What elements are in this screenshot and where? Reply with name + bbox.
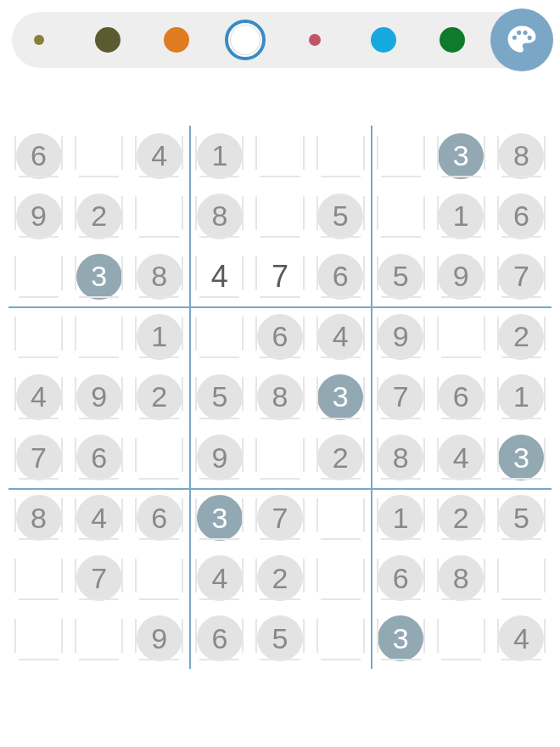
cell-r3-c8[interactable]: 9 xyxy=(431,246,491,306)
cell-r1-c3[interactable]: 4 xyxy=(129,126,189,186)
cell-r4-c1[interactable] xyxy=(8,306,69,367)
cell-r7-c4[interactable]: 3 xyxy=(189,488,249,548)
cell-value: 2 xyxy=(498,314,544,360)
cell-r6-c7[interactable]: 8 xyxy=(371,428,431,488)
color-swatch-green[interactable] xyxy=(434,21,471,59)
cell-r7-c5[interactable]: 7 xyxy=(249,488,310,548)
cell-r4-c2[interactable] xyxy=(69,306,129,367)
cell-r9-c4[interactable]: 6 xyxy=(189,609,249,669)
cell-r6-c4[interactable]: 9 xyxy=(189,428,249,488)
cell-r8-c9[interactable] xyxy=(491,548,552,609)
cell-r3-c4[interactable]: 4 xyxy=(189,246,249,306)
cell-r6-c8[interactable]: 4 xyxy=(431,428,491,488)
cell-r6-c1[interactable]: 7 xyxy=(8,428,69,488)
cell-r5-c6[interactable]: 3 xyxy=(311,367,371,427)
cell-r1-c1[interactable]: 6 xyxy=(8,126,69,186)
cell-r5-c9[interactable]: 1 xyxy=(491,367,552,427)
cell-value: 4 xyxy=(16,374,62,420)
cell-value: 3 xyxy=(498,435,544,480)
cell-r7-c2[interactable]: 4 xyxy=(69,488,129,548)
cell-r4-c4[interactable] xyxy=(189,306,249,367)
cell-r4-c6[interactable]: 4 xyxy=(311,306,371,367)
cell-r6-c5[interactable] xyxy=(249,428,310,488)
cell-r9-c1[interactable] xyxy=(8,609,69,669)
cell-r2-c9[interactable]: 6 xyxy=(491,186,552,246)
cell-r5-c5[interactable]: 8 xyxy=(249,367,310,427)
cell-r3-c1[interactable] xyxy=(8,246,69,306)
cell-r5-c3[interactable]: 2 xyxy=(129,367,189,427)
cell-r3-c2[interactable]: 3 xyxy=(69,246,129,306)
cell-r2-c4[interactable]: 8 xyxy=(189,186,249,246)
cell-r8-c8[interactable]: 8 xyxy=(431,548,491,609)
cell-r4-c5[interactable]: 6 xyxy=(249,306,310,367)
cell-r2-c3[interactable] xyxy=(129,186,189,246)
cell-r5-c7[interactable]: 7 xyxy=(371,367,431,427)
cell-value: 9 xyxy=(16,194,62,239)
cell-r8-c1[interactable] xyxy=(8,548,69,609)
cell-r3-c6[interactable]: 6 xyxy=(311,246,371,306)
cell-r3-c5[interactable]: 7 xyxy=(249,246,310,306)
cell-r2-c5[interactable] xyxy=(249,186,310,246)
cell-r2-c6[interactable]: 5 xyxy=(311,186,371,246)
cell-r5-c2[interactable]: 9 xyxy=(69,367,129,427)
cell-value: 6 xyxy=(317,254,363,300)
cell-r6-c6[interactable]: 2 xyxy=(311,428,371,488)
cell-value: 9 xyxy=(438,254,484,300)
cell-r4-c7[interactable]: 9 xyxy=(371,306,431,367)
cell-r7-c6[interactable] xyxy=(311,488,371,548)
cell-r4-c3[interactable]: 1 xyxy=(129,306,189,367)
cell-value: 6 xyxy=(498,194,544,239)
cell-r3-c9[interactable]: 7 xyxy=(491,246,552,306)
cell-r1-c7[interactable] xyxy=(371,126,431,186)
cell-r6-c9[interactable]: 3 xyxy=(491,428,552,488)
cell-r1-c6[interactable] xyxy=(311,126,371,186)
color-swatch-cyan[interactable] xyxy=(365,21,402,59)
cell-value: 4 xyxy=(137,133,182,179)
cell-r7-c9[interactable]: 5 xyxy=(491,488,552,548)
color-swatch-black-olive[interactable] xyxy=(89,21,126,59)
cell-r3-c7[interactable]: 5 xyxy=(371,246,431,306)
cell-r8-c5[interactable]: 2 xyxy=(249,548,310,609)
cell-r7-c1[interactable]: 8 xyxy=(8,488,69,548)
cell-r5-c8[interactable]: 6 xyxy=(431,367,491,427)
color-swatch-pink-small[interactable] xyxy=(296,21,333,59)
cell-r4-c8[interactable] xyxy=(431,306,491,367)
cell-r1-c9[interactable]: 8 xyxy=(491,126,552,186)
cell-r9-c6[interactable] xyxy=(311,609,371,669)
cell-r2-c7[interactable] xyxy=(371,186,431,246)
cell-r9-c7[interactable]: 3 xyxy=(371,609,431,669)
cell-r4-c9[interactable]: 2 xyxy=(491,306,552,367)
cell-r7-c7[interactable]: 1 xyxy=(371,488,431,548)
cell-value: 3 xyxy=(197,495,243,541)
cell-r9-c2[interactable] xyxy=(69,609,129,669)
color-swatch-white[interactable] xyxy=(227,21,264,59)
cell-r1-c5[interactable] xyxy=(249,126,310,186)
cell-r5-c4[interactable]: 5 xyxy=(189,367,249,427)
cell-r9-c9[interactable]: 4 xyxy=(491,609,552,669)
cell-r5-c1[interactable]: 4 xyxy=(8,367,69,427)
cell-r8-c3[interactable] xyxy=(129,548,189,609)
color-swatch-olive-small[interactable] xyxy=(20,21,58,59)
color-dot xyxy=(309,34,321,46)
cell-r8-c6[interactable] xyxy=(311,548,371,609)
cell-value: 5 xyxy=(257,615,303,661)
color-swatch-orange[interactable] xyxy=(158,21,195,59)
cell-r8-c4[interactable]: 4 xyxy=(189,548,249,609)
cell-r1-c4[interactable]: 1 xyxy=(189,126,249,186)
palette-button[interactable] xyxy=(490,8,553,71)
cell-r8-c7[interactable]: 6 xyxy=(371,548,431,609)
cell-r8-c2[interactable]: 7 xyxy=(69,548,129,609)
cell-r2-c8[interactable]: 1 xyxy=(431,186,491,246)
cell-r6-c2[interactable]: 6 xyxy=(69,428,129,488)
cell-r2-c1[interactable]: 9 xyxy=(8,186,69,246)
cell-r9-c3[interactable]: 9 xyxy=(129,609,189,669)
cell-r9-c8[interactable] xyxy=(431,609,491,669)
cell-r1-c2[interactable] xyxy=(69,126,129,186)
cell-r3-c3[interactable]: 8 xyxy=(129,246,189,306)
cell-r7-c3[interactable]: 6 xyxy=(129,488,189,548)
cell-r7-c8[interactable]: 2 xyxy=(431,488,491,548)
cell-r6-c3[interactable] xyxy=(129,428,189,488)
cell-r2-c2[interactable]: 2 xyxy=(69,186,129,246)
cell-r1-c8[interactable]: 3 xyxy=(431,126,491,186)
cell-r9-c5[interactable]: 5 xyxy=(249,609,310,669)
